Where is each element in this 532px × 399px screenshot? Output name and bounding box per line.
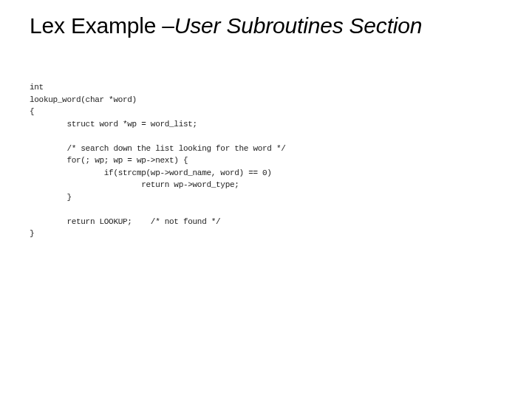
code-line: } — [30, 229, 34, 238]
code-line: /* search down the list looking for the … — [30, 144, 286, 153]
code-line: return wp->word_type; — [30, 180, 239, 189]
title-prefix: Lex Example – — [30, 13, 174, 38]
code-line: return LOOKUP; /* not found */ — [30, 217, 220, 226]
code-block: int lookup_word(char *word) { struct wor… — [30, 81, 286, 240]
code-line: { — [30, 107, 34, 116]
code-line: } — [30, 193, 72, 202]
code-line: int — [30, 83, 44, 92]
slide-title: Lex Example –User Subroutines Section — [30, 13, 502, 38]
title-italic: User Subroutines Section — [174, 13, 422, 38]
slide: Lex Example –User Subroutines Section in… — [0, 0, 532, 399]
code-line: if(strcmp(wp->word_name, word) == 0) — [30, 168, 272, 177]
code-line: struct word *wp = word_list; — [30, 120, 197, 129]
code-line: for(; wp; wp = wp->next) { — [30, 156, 188, 165]
code-line: lookup_word(char *word) — [30, 95, 137, 104]
